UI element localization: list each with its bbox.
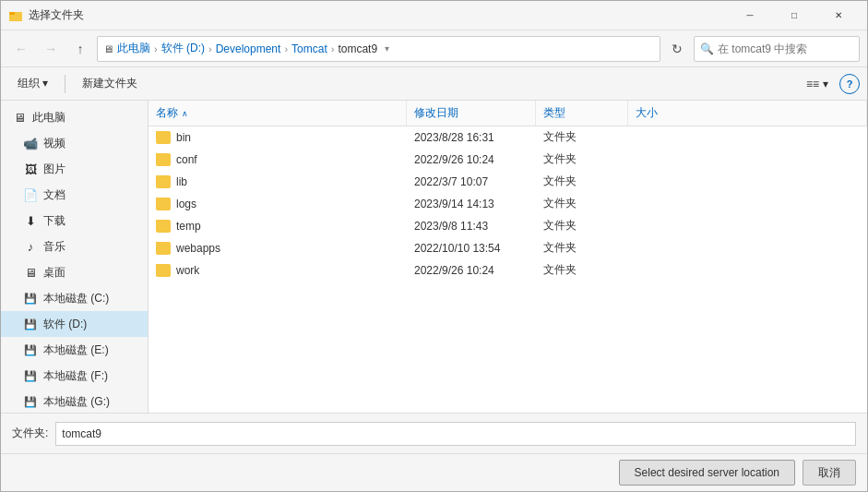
sidebar-item-downloads[interactable]: ⬇ 下载: [1, 208, 148, 234]
sidebar-label: 音乐: [43, 239, 65, 255]
table-row[interactable]: work 2022/9/26 10:24 文件夹: [149, 259, 867, 282]
sidebar-label: 此电脑: [32, 110, 65, 126]
file-list-header: 名称 ∧ 修改日期 类型 大小: [149, 101, 867, 126]
sidebar-item-computer[interactable]: 🖥 此电脑: [1, 104, 148, 130]
column-header-name[interactable]: 名称 ∧: [149, 101, 407, 126]
help-button[interactable]: ?: [839, 74, 860, 94]
file-date-cell: 2022/10/10 13:54: [407, 242, 536, 255]
file-name: logs: [176, 198, 196, 210]
table-row[interactable]: conf 2022/9/26 10:24 文件夹: [149, 149, 867, 171]
folder-input[interactable]: [55, 422, 856, 446]
view-icon: ≡≡: [806, 78, 819, 90]
title-bar: 选择文件夹 ─ □ ✕: [1, 1, 867, 30]
table-row[interactable]: logs 2023/9/14 14:13 文件夹: [149, 193, 867, 215]
file-type-cell: 文件夹: [536, 196, 628, 211]
breadcrumb-sep-1: ›: [154, 43, 158, 54]
documents-icon: 📄: [23, 187, 38, 202]
address-bar[interactable]: 🖥 此电脑 › 软件 (D:) › Development › Tomcat ›…: [97, 36, 660, 62]
folder-icon: [156, 175, 171, 188]
sidebar-item-videos[interactable]: 📹 视频: [1, 130, 148, 156]
file-date-cell: 2022/9/26 10:24: [407, 264, 536, 277]
column-header-type[interactable]: 类型: [536, 101, 628, 126]
search-input[interactable]: [718, 42, 853, 55]
organize-toolbar: 组织 ▾ 新建文件夹 ≡≡ ▾ ?: [1, 67, 867, 101]
sidebar-item-local-f[interactable]: 💾 本地磁盘 (F:): [1, 363, 148, 389]
file-date-cell: 2022/3/7 10:07: [407, 175, 536, 188]
file-name-cell: conf: [149, 153, 407, 166]
folder-bar: 文件夹:: [1, 413, 867, 453]
sidebar-item-music[interactable]: ♪ 音乐: [1, 234, 148, 259]
folder-icon: [156, 131, 171, 144]
file-type-cell: 文件夹: [536, 174, 628, 189]
folder-icon: [156, 198, 171, 210]
sort-arrow-icon: ∧: [182, 109, 188, 118]
file-type-cell: 文件夹: [536, 240, 628, 256]
downloads-icon: ⬇: [23, 213, 38, 228]
table-row[interactable]: lib 2022/3/7 10:07 文件夹: [149, 171, 867, 193]
minimize-button[interactable]: ─: [729, 1, 771, 30]
table-row[interactable]: webapps 2022/10/10 13:54 文件夹: [149, 237, 867, 259]
column-size-label: 大小: [636, 105, 658, 121]
refresh-button[interactable]: ↻: [664, 36, 690, 62]
file-name: conf: [176, 153, 197, 166]
window-controls: ─ □ ✕: [729, 1, 860, 30]
sidebar-item-local-c[interactable]: 💾 本地磁盘 (C:): [1, 285, 148, 311]
search-box[interactable]: 🔍: [694, 36, 860, 62]
organize-button[interactable]: 组织 ▾: [8, 72, 57, 96]
file-name-cell: temp: [149, 220, 407, 233]
computer-sidebar-icon: 🖥: [12, 110, 27, 125]
sidebar-item-documents[interactable]: 📄 文档: [1, 182, 148, 208]
view-options: ≡≡ ▾ ?: [797, 72, 860, 96]
column-date-label: 修改日期: [414, 105, 458, 121]
sidebar-item-local-d[interactable]: 💾 软件 (D:): [1, 311, 148, 337]
file-name-cell: bin: [149, 131, 407, 144]
select-button[interactable]: Select desired server location: [619, 460, 795, 486]
sidebar: 🖥 此电脑 📹 视频 🖼 图片 📄 文档 ⬇ 下载 ♪ 音乐: [1, 101, 149, 413]
file-type-cell: 文件夹: [536, 151, 628, 167]
breadcrumb-computer[interactable]: 此电脑: [117, 41, 150, 56]
file-name-cell: work: [149, 264, 407, 277]
breadcrumb-current: tomcat9: [338, 42, 377, 55]
sidebar-item-local-e[interactable]: 💾 本地磁盘 (E:): [1, 337, 148, 363]
forward-button[interactable]: →: [38, 36, 64, 62]
sidebar-label: 软件 (D:): [43, 317, 87, 332]
file-name: temp: [176, 220, 201, 233]
file-type-cell: 文件夹: [536, 262, 628, 278]
sidebar-label: 本地磁盘 (C:): [43, 291, 109, 306]
up-button[interactable]: ↑: [67, 36, 93, 62]
table-row[interactable]: bin 2023/8/28 16:31 文件夹: [149, 126, 867, 149]
sidebar-label: 本地磁盘 (G:): [43, 394, 110, 410]
close-button[interactable]: ✕: [817, 1, 860, 30]
breadcrumb-sep-4: ›: [331, 43, 335, 54]
file-date-cell: 2023/9/8 11:43: [407, 220, 536, 233]
file-list-area: 名称 ∧ 修改日期 类型 大小 bin: [149, 101, 867, 413]
view-button[interactable]: ≡≡ ▾: [797, 72, 838, 96]
column-header-size[interactable]: 大小: [628, 101, 867, 126]
action-bar: Select desired server location 取消: [1, 453, 867, 491]
breadcrumb-folder2[interactable]: Tomcat: [291, 42, 327, 55]
back-button[interactable]: ←: [8, 36, 34, 62]
maximize-button[interactable]: □: [773, 1, 815, 30]
new-folder-button[interactable]: 新建文件夹: [73, 72, 147, 96]
breadcrumb-folder1[interactable]: Development: [216, 42, 281, 55]
folder-icon: [156, 242, 171, 255]
music-icon: ♪: [23, 239, 38, 254]
column-header-date[interactable]: 修改日期: [407, 101, 536, 126]
file-name-cell: lib: [149, 175, 407, 188]
file-type-cell: 文件夹: [536, 129, 628, 145]
address-toolbar: ← → ↑ 🖥 此电脑 › 软件 (D:) › Development › To…: [1, 30, 867, 67]
sidebar-item-local-g[interactable]: 💾 本地磁盘 (G:): [1, 389, 148, 413]
table-row[interactable]: temp 2023/9/8 11:43 文件夹: [149, 215, 867, 237]
folder-icon: [156, 220, 171, 233]
sidebar-label: 下载: [43, 213, 65, 229]
sidebar-item-images[interactable]: 🖼 图片: [1, 156, 148, 182]
cancel-button[interactable]: 取消: [803, 460, 856, 486]
sidebar-item-desktop[interactable]: 🖥 桌面: [1, 259, 148, 285]
file-name-cell: webapps: [149, 242, 407, 255]
file-name: lib: [176, 175, 187, 188]
column-name-label: 名称: [156, 105, 178, 121]
file-date-cell: 2022/9/26 10:24: [407, 153, 536, 166]
title-icon: [8, 8, 23, 23]
breadcrumb-drive[interactable]: 软件 (D:): [161, 41, 205, 56]
file-date-cell: 2023/9/14 14:13: [407, 198, 536, 210]
